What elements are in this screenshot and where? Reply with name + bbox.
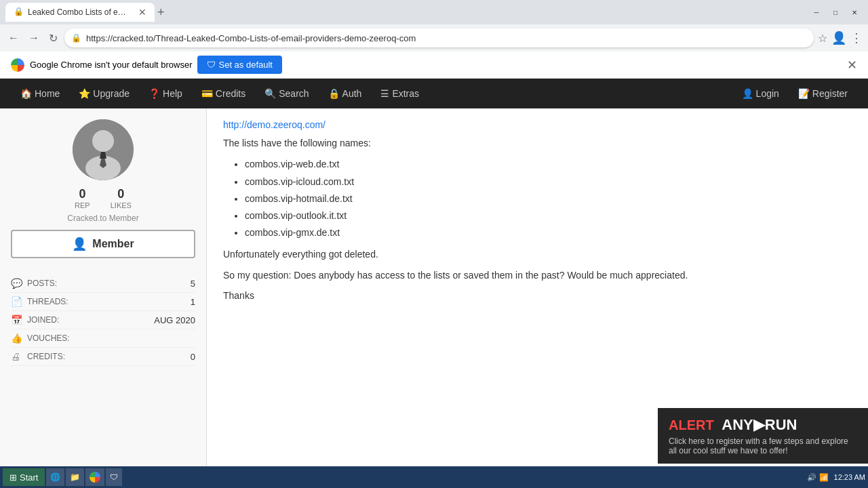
default-browser-banner: Google Chrome isn't your default browser… [0, 52, 868, 79]
avatar-area: 0 REP 0 LIKES Cracked.to Member 👤 Member [11, 119, 195, 266]
nav-upgrade[interactable]: ⭐ Upgrade [69, 81, 139, 106]
forward-button[interactable]: → [26, 29, 42, 47]
list-item: combos.vip-icloud.com.txt [245, 174, 852, 190]
credits-stat-row: 🖨 CREDITS: 0 [11, 348, 195, 366]
threads-value: 1 [191, 297, 195, 307]
member-badge: 👤 Member [11, 230, 195, 258]
banner-text: Google Chrome isn't your default browser [30, 60, 192, 70]
nav-auth[interactable]: 🔒 Auth [319, 81, 372, 106]
auth-icon: 🔒 [328, 88, 340, 99]
star-icon: ⭐ [79, 88, 90, 99]
nav-help[interactable]: ❓ Help [139, 81, 192, 106]
set-default-button[interactable]: 🛡 Set as default [197, 56, 282, 74]
vouches-stat-row: 👍 VOUCHES: [11, 329, 195, 348]
nav-right: 👤 Login 📝 Register [732, 81, 857, 106]
start-button[interactable]: ⊞ Start [3, 468, 45, 486]
member-badge-text: Member [92, 238, 134, 250]
profile-icon[interactable]: 👤 [831, 30, 846, 45]
nav-login[interactable]: 👤 Login [732, 81, 789, 106]
window-controls: ─ □ ✕ [808, 7, 863, 18]
site-navigation: 🏠 Home ⭐ Upgrade ❓ Help 💳 Credits 🔍 Sear… [0, 79, 868, 108]
likes-stat: 0 LIKES [111, 187, 132, 209]
tray-icon-2: 📶 [819, 473, 829, 482]
taskbar-time: 12:23 AM [834, 473, 865, 481]
back-button[interactable]: ← [5, 29, 22, 47]
joined-stat-row: 📅 JOINED: AUG 2020 [11, 311, 195, 329]
anyrun-header: ALERT ANY▶RUN [669, 416, 857, 434]
banner-close-button[interactable]: ✕ [847, 58, 857, 73]
address-wrapper: 🔒 [64, 28, 814, 47]
tab-title: Leaked Combo Lists of email provide [28, 7, 132, 17]
user-icon: 👤 [72, 237, 87, 251]
taskbar-antivirus[interactable]: 🛡 [106, 468, 122, 486]
avatar-image [73, 119, 134, 180]
system-tray: 🔊 📶 [807, 473, 829, 482]
credits-icon: 💳 [201, 88, 213, 99]
tab-close-button[interactable]: ✕ [138, 7, 146, 18]
nav-home[interactable]: 🏠 Home [11, 81, 69, 106]
address-bar: ← → ↻ 🔒 ☆ 👤 ⋮ [0, 24, 868, 52]
post-intro: The lists have the following names: [223, 136, 852, 150]
extras-icon: ☰ [380, 88, 389, 99]
tab-favicon: 🔒 [14, 7, 24, 18]
browser-tab[interactable]: 🔒 Leaked Combo Lists of email provide ✕ [5, 3, 155, 22]
credits-value: 0 [191, 352, 195, 362]
shield-icon: 🛡 [207, 60, 216, 70]
nav-extras[interactable]: ☰ Extras [371, 81, 429, 106]
file-list: combos.vip-web.de.txt combos.vip-icloud.… [245, 156, 852, 241]
refresh-button[interactable]: ↻ [46, 29, 60, 47]
title-bar: 🔒 Leaked Combo Lists of email provide ✕ … [0, 0, 868, 24]
list-item: combos.vip-hotmail.de.txt [245, 190, 852, 207]
search-icon: 🔍 [264, 88, 276, 99]
post-question-text: So my question: Does anybody has access … [223, 268, 852, 283]
taskbar-folder[interactable]: 📁 [66, 468, 84, 486]
home-icon: 🏠 [20, 88, 32, 99]
chrome-logo [11, 58, 24, 72]
register-icon: 📝 [798, 88, 810, 99]
rep-stat: 0 REP [75, 187, 90, 209]
joined-icon: 📅 [11, 314, 27, 325]
list-item: combos.vip-web.de.txt [245, 156, 852, 173]
nav-credits[interactable]: 💳 Credits [192, 81, 255, 106]
taskbar: ⊞ Start 🌐 📁 🛡 🔊 📶 12:23 AM [0, 466, 868, 488]
post-url[interactable]: http://demo.zeeroq.com/ [223, 119, 852, 130]
close-button[interactable]: ✕ [846, 7, 863, 18]
anyrun-overlay[interactable]: ALERT ANY▶RUN Click here to register wit… [658, 408, 868, 464]
lock-icon: 🔒 [71, 33, 81, 43]
windows-icon: ⊞ [9, 472, 17, 483]
post-thanks: Thanks [223, 288, 852, 303]
posts-stat-row: 💬 POSTS: 5 [11, 274, 195, 293]
svg-point-1 [92, 130, 114, 152]
anyrun-description: Click here to register with a few steps … [669, 436, 857, 455]
posts-icon: 💬 [11, 278, 27, 289]
threads-icon: 📄 [11, 296, 27, 307]
credits-icon: 🖨 [11, 351, 27, 362]
address-input[interactable] [64, 28, 814, 47]
posts-value: 5 [191, 279, 195, 289]
avatar [73, 119, 134, 180]
menu-icon[interactable]: ⋮ [850, 30, 863, 45]
profile-stats: 💬 POSTS: 5 📄 THREADS: 1 📅 JOINED: AUG 20… [11, 274, 195, 366]
taskbar-chrome[interactable] [85, 468, 104, 486]
new-tab-button[interactable]: + [157, 5, 165, 20]
post-deleted-text: Unfortunately everything got deleted. [223, 247, 852, 262]
login-icon: 👤 [742, 88, 753, 99]
tray-icon-1: 🔊 [807, 473, 816, 482]
taskbar-ie[interactable]: 🌐 [46, 468, 64, 486]
member-type-label: Cracked.to Member [67, 214, 138, 223]
minimize-button[interactable]: ─ [808, 7, 825, 18]
maximize-button[interactable]: □ [827, 7, 844, 18]
vouches-icon: 👍 [11, 333, 27, 344]
question-icon: ❓ [149, 88, 160, 99]
nav-register[interactable]: 📝 Register [789, 81, 857, 106]
bookmark-icon[interactable]: ☆ [818, 32, 827, 45]
threads-stat-row: 📄 THREADS: 1 [11, 293, 195, 311]
taskbar-right: 🔊 📶 12:23 AM [807, 473, 865, 482]
list-item: combos.vip-gmx.de.txt [245, 224, 852, 241]
anyrun-alert-label: ALERT [669, 418, 714, 432]
user-sidebar: 0 REP 0 LIKES Cracked.to Member 👤 Member… [0, 108, 207, 488]
joined-value: AUG 2020 [154, 315, 195, 325]
stats-row: 0 REP 0 LIKES [75, 187, 132, 209]
anyrun-brand: ANY▶RUN [722, 416, 797, 433]
nav-search[interactable]: 🔍 Search [255, 81, 318, 106]
